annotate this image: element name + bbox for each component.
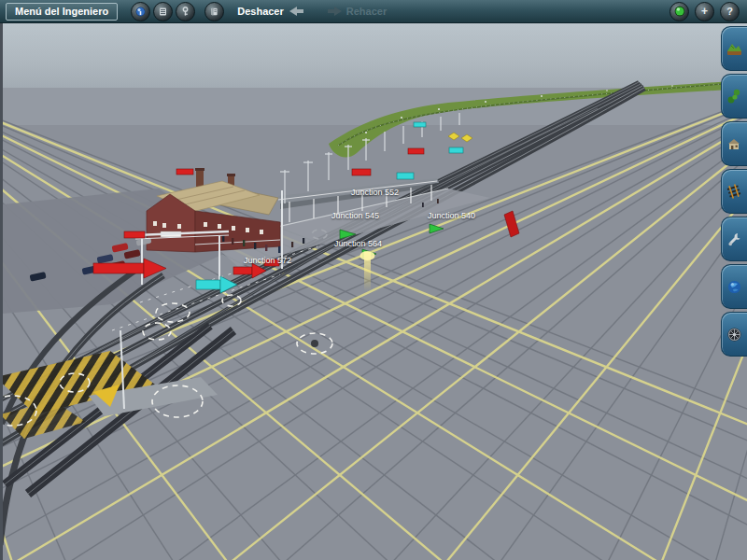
junction-label: Junction 540	[428, 211, 475, 220]
building-icon	[726, 135, 743, 153]
book-icon[interactable]	[204, 2, 224, 21]
tree-icon	[726, 88, 743, 105]
help-icon[interactable]: ?	[720, 2, 740, 21]
wheel-icon	[726, 326, 743, 343]
toolbar-button-group	[131, 2, 195, 21]
key-icon[interactable]	[176, 2, 195, 21]
globe-icon	[726, 278, 743, 296]
world-viewport[interactable]: Junction 552 Junction 545 Junction 540 J…	[0, 22, 747, 560]
junction-label: Junction 545	[331, 211, 379, 220]
redo-arrow-icon	[326, 6, 343, 17]
tool-sidebar	[719, 26, 747, 359]
tab-objects[interactable]	[721, 121, 747, 166]
terrain-ground[interactable]	[3, 88, 747, 560]
engineer-menu-button[interactable]: Menú del Ingeniero	[6, 3, 118, 21]
spline-point[interactable]	[311, 340, 318, 347]
terrain-icon	[726, 40, 743, 58]
tab-world[interactable]	[721, 264, 747, 309]
junction-label: Junction 564	[334, 239, 382, 248]
notepad-icon[interactable]	[153, 2, 173, 21]
chimney	[196, 170, 204, 187]
tab-track[interactable]	[721, 169, 747, 214]
undo-label[interactable]: Deshacer	[237, 6, 284, 17]
compass-orb-icon[interactable]	[131, 2, 150, 21]
track-icon	[726, 183, 743, 201]
tab-paint[interactable]	[721, 74, 747, 119]
junction-label: Junction 572	[244, 256, 291, 265]
plus-icon[interactable]: +	[695, 2, 714, 21]
undo-arrow-icon[interactable]	[289, 6, 305, 17]
tab-tools[interactable]	[721, 217, 747, 261]
tab-topology[interactable]	[721, 26, 747, 71]
tab-trains[interactable]	[721, 312, 747, 357]
surveyor-scene[interactable]	[3, 22, 747, 560]
status-orb-icon[interactable]	[669, 2, 689, 21]
redo-label: Rehacer	[346, 6, 387, 17]
wrench-icon	[726, 231, 743, 248]
top-toolbar: Menú del Ingeniero Deshacer	[0, 0, 747, 23]
junction-label: Junction 552	[351, 188, 399, 197]
